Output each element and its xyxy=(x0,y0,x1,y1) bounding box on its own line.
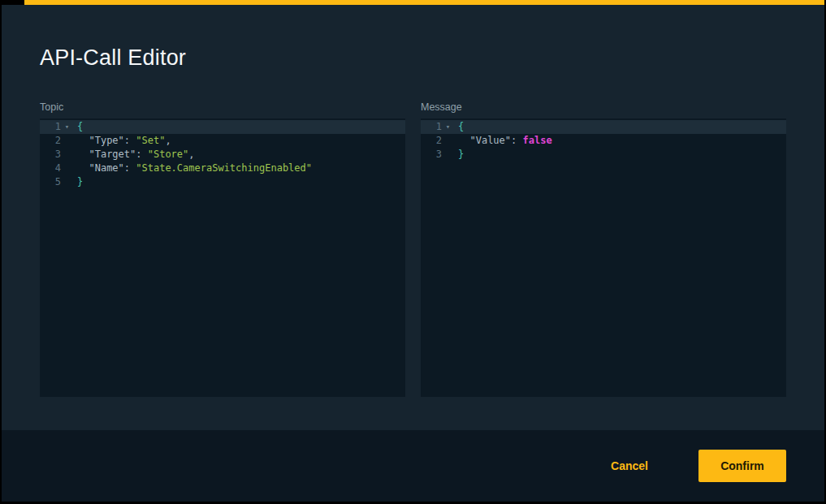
code-line-text: "Target": "Store", xyxy=(73,148,195,162)
message-code-editor[interactable]: 1▾{2 "Value": false3} xyxy=(421,118,786,397)
line-number: 2 xyxy=(436,134,442,148)
cancel-button[interactable]: Cancel xyxy=(601,451,658,480)
code-line: 2 "Type": "Set", xyxy=(40,134,405,148)
editor-panels: Topic 1▾{2 "Type": "Set",3 "Target": "St… xyxy=(40,101,786,397)
dialog-footer: Cancel Confirm xyxy=(2,430,824,502)
line-number: 1 xyxy=(436,120,442,134)
fold-arrow-icon[interactable]: ▾ xyxy=(442,120,454,134)
line-number: 1 xyxy=(55,120,61,134)
code-line: 4 "Name": "State.CameraSwitchingEnabled" xyxy=(40,162,405,175)
code-line-text: { xyxy=(73,120,83,134)
code-line-text: } xyxy=(73,175,83,189)
topic-code-editor[interactable]: 1▾{2 "Type": "Set",3 "Target": "Store",4… xyxy=(40,118,405,397)
topic-editor-group: Topic 1▾{2 "Type": "Set",3 "Target": "St… xyxy=(40,101,405,397)
page-title: API-Call Editor xyxy=(40,45,786,71)
code-line: 5} xyxy=(40,175,405,189)
code-line-text: "Name": "State.CameraSwitchingEnabled" xyxy=(73,162,312,175)
topic-label: Topic xyxy=(40,101,405,113)
line-number: 5 xyxy=(55,175,61,189)
message-editor-group: Message 1▾{2 "Value": false3} xyxy=(421,101,786,397)
line-gutter: 1▾ xyxy=(421,120,454,134)
message-label: Message xyxy=(421,101,786,113)
line-number: 3 xyxy=(436,148,442,162)
line-gutter: 1▾ xyxy=(40,120,73,134)
line-gutter: 4 xyxy=(40,162,73,175)
api-call-editor-dialog: API-Call Editor Topic 1▾{2 "Type": "Set"… xyxy=(0,0,826,504)
line-number: 2 xyxy=(55,134,61,148)
code-line: 1▾{ xyxy=(421,120,786,134)
line-gutter: 5 xyxy=(40,175,73,189)
fold-arrow-icon[interactable]: ▾ xyxy=(61,120,73,134)
line-number: 3 xyxy=(55,148,61,162)
dialog-body: API-Call Editor Topic 1▾{2 "Type": "Set"… xyxy=(2,5,824,430)
code-line: 3} xyxy=(421,148,786,162)
line-gutter: 2 xyxy=(40,134,73,148)
code-line-text: { xyxy=(454,120,464,134)
line-gutter: 3 xyxy=(421,148,454,162)
code-line-text: "Value": false xyxy=(454,134,552,148)
code-line-text: "Type": "Set", xyxy=(73,134,171,148)
code-line-text: } xyxy=(454,148,464,162)
line-gutter: 3 xyxy=(40,148,73,162)
confirm-button[interactable]: Confirm xyxy=(698,450,786,482)
code-line: 1▾{ xyxy=(40,120,405,134)
code-line: 3 "Target": "Store", xyxy=(40,148,405,162)
code-line: 2 "Value": false xyxy=(421,134,786,148)
line-number: 4 xyxy=(55,162,61,175)
line-gutter: 2 xyxy=(421,134,454,148)
